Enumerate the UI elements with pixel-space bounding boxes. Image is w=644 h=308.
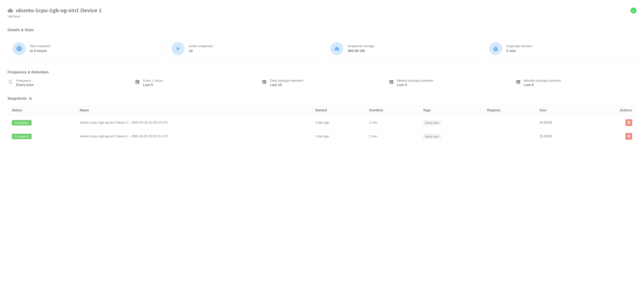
- play-icon: [172, 42, 184, 55]
- delete-button[interactable]: [626, 133, 632, 140]
- tag-badge: Every hour: [423, 134, 441, 139]
- snapshot-regions: -: [483, 130, 535, 143]
- svg-rect-14: [263, 82, 264, 83]
- card-next-snapshot: Next snapshot In 5 hours: [8, 37, 160, 61]
- svg-rect-7: [136, 80, 136, 81]
- snapshot-size: 25.00GB: [535, 130, 586, 143]
- freq-label: Frequency: [16, 79, 34, 83]
- col-name: Name: [76, 105, 311, 116]
- snapshot-duration: 2 min.: [365, 116, 419, 130]
- svg-rect-8: [138, 80, 139, 81]
- snapshot-name: ubuntu-1cpu-1gb-sg-sin1 Device 1 - 2020-…: [76, 116, 311, 130]
- stat-label: Avgerage duration: [506, 44, 532, 48]
- calendar-icon: [134, 79, 140, 85]
- status-badge: Completed: [12, 134, 32, 139]
- svg-rect-9: [136, 82, 137, 83]
- freq-item-hourly: Every 1 hours Last 5: [134, 79, 256, 87]
- drive-icon: [330, 42, 344, 55]
- table-header-row: Status Name Started Duration Tags Region…: [8, 105, 636, 116]
- freq-item-monthly: Monthly backups retention Last 6: [515, 79, 636, 87]
- snapshot-size: 25.00GB: [535, 116, 586, 130]
- stat-label: Next snapshot: [30, 44, 50, 48]
- svg-rect-12: [263, 80, 263, 81]
- page-header: ubuntu-1cpu-1gb-sg-sin1 Device 1 UpCloud: [8, 7, 636, 18]
- stat-value: 400.00 GB: [348, 49, 374, 53]
- freq-value: Last 5: [143, 83, 163, 87]
- stat-value: 16: [189, 49, 213, 53]
- stats-cards: Next snapshot In 5 hours Active snapshot…: [8, 37, 636, 61]
- freq-item-frequency: Frequency Every hour: [8, 79, 129, 87]
- snapshot-name: ubuntu-1cpu-1gb-sg-sin1 Device 1 - 2020-…: [76, 130, 311, 143]
- svg-rect-17: [390, 80, 390, 81]
- freq-value: Last 6: [524, 83, 561, 87]
- snapshot-regions: -: [483, 116, 535, 130]
- stat-value: 2 min: [506, 49, 532, 53]
- snapshot-started: 1 day ago: [311, 116, 365, 130]
- svg-rect-21: [516, 80, 520, 81]
- freq-row: Frequency Every hour Every 1 hours Last …: [8, 79, 636, 87]
- stat-label: Snapshots storage: [348, 44, 374, 48]
- snapshot-started: 1 day ago: [311, 130, 365, 143]
- svg-rect-3: [495, 46, 496, 46]
- title-block: ubuntu-1cpu-1gb-sg-sin1 Device 1 UpCloud: [8, 7, 102, 18]
- table-row: Completed ubuntu-1cpu-1gb-sg-sin1 Device…: [8, 130, 636, 143]
- svg-rect-22: [517, 80, 517, 81]
- trash-icon: [627, 134, 630, 138]
- freq-value: Last 4: [397, 83, 434, 87]
- svg-rect-11: [262, 80, 266, 81]
- col-actions: Actions: [586, 105, 636, 116]
- freq-label: Every 1 hours: [143, 79, 163, 83]
- calendar-icon: [261, 79, 267, 85]
- title-line: ubuntu-1cpu-1gb-sg-sin1 Device 1: [8, 7, 102, 13]
- stopwatch-icon: [489, 42, 502, 55]
- cloud-icon: [8, 8, 13, 12]
- freq-label: Monthly backups retention: [524, 79, 561, 83]
- section-freq-title: Frequency & Retention: [8, 70, 636, 74]
- freq-value: Every hour: [16, 83, 34, 87]
- card-active-snapshots: Active snapshots 16: [166, 37, 319, 61]
- history-icon: [8, 79, 14, 85]
- col-duration: Duration: [365, 105, 419, 116]
- col-started: Started: [311, 105, 365, 116]
- freq-value: Last 10: [270, 83, 303, 87]
- section-snapshots-title: Snapshots: [8, 96, 27, 101]
- clock-icon: [12, 42, 26, 55]
- status-ok-icon: [630, 7, 636, 13]
- svg-rect-18: [392, 80, 392, 81]
- card-average-duration: Avgerage duration 2 min: [484, 37, 636, 61]
- col-tags: Tags: [419, 105, 483, 116]
- freq-label: Weekly backups retention: [397, 79, 434, 83]
- col-status: Status: [8, 105, 76, 116]
- svg-rect-6: [136, 80, 140, 81]
- calendar-icon: [515, 79, 521, 85]
- tag-badge: Every hour: [423, 120, 441, 125]
- status-badge: Completed: [12, 120, 32, 125]
- snapshots-table: Status Name Started Duration Tags Region…: [8, 105, 636, 143]
- snapshot-duration: 2 min.: [365, 130, 419, 143]
- svg-point-2: [336, 49, 337, 50]
- svg-rect-23: [519, 80, 519, 81]
- freq-item-weekly: Weekly backups retention Last 4: [388, 79, 510, 87]
- freq-label: Daily backups retention: [270, 79, 303, 83]
- snapshots-title-row: Snapshots: [8, 96, 636, 101]
- delete-button[interactable]: [626, 119, 632, 126]
- table-row: Completed ubuntu-1cpu-1gb-sg-sin1 Device…: [8, 116, 636, 130]
- svg-rect-13: [265, 80, 266, 81]
- svg-rect-16: [389, 80, 393, 81]
- section-details-title: Details & Stats: [8, 28, 636, 32]
- col-size: Size: [535, 105, 586, 116]
- calendar-icon: [388, 79, 394, 85]
- page-title: ubuntu-1cpu-1gb-sg-sin1 Device 1: [16, 7, 102, 13]
- card-snapshots-storage: Snapshots storage 400.00 GB: [325, 37, 478, 61]
- svg-point-1: [336, 49, 336, 50]
- stat-label: Active snapshots: [189, 44, 213, 48]
- trash-icon: [627, 121, 630, 125]
- svg-rect-24: [517, 82, 518, 83]
- svg-rect-19: [390, 82, 391, 83]
- list-options-icon[interactable]: [29, 97, 32, 100]
- col-regions: Regions: [483, 105, 535, 116]
- provider-name: UpCloud: [8, 15, 102, 18]
- stat-value: In 5 hours: [30, 49, 50, 53]
- freq-item-daily: Daily backups retention Last 10: [261, 79, 382, 87]
